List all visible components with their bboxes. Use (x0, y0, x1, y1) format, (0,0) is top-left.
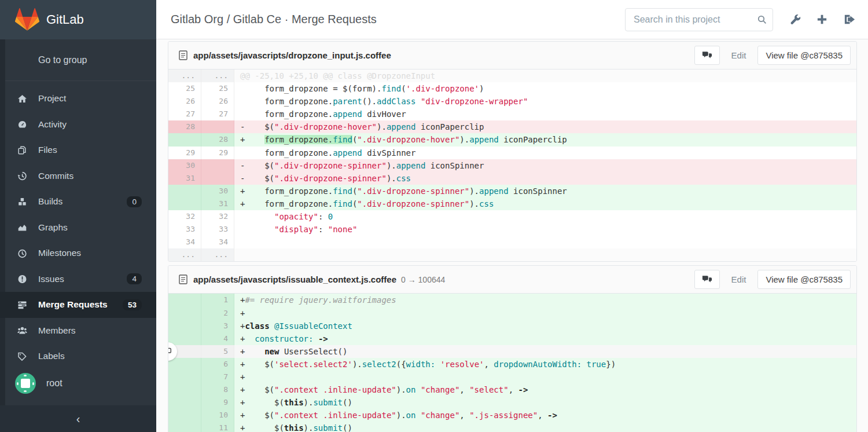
old-line-number[interactable]: 25 (168, 82, 201, 95)
old-line-number[interactable] (168, 396, 201, 409)
diff-line-content: + $(".context .inline-update").on "chang… (234, 409, 856, 422)
old-line-number[interactable]: 34 (168, 236, 201, 248)
old-line-number[interactable] (168, 197, 201, 210)
old-line-number[interactable] (168, 294, 201, 306)
old-line-number[interactable]: 31 (168, 172, 201, 185)
sidebar-item-builds[interactable]: Builds0 (0, 189, 156, 215)
old-line-number[interactable]: ... (168, 248, 201, 261)
new-line-number[interactable]: 29 (201, 147, 234, 159)
sidebar-item-issues[interactable]: Issues4 (0, 266, 156, 292)
old-line-number[interactable] (168, 307, 201, 320)
sidebar-header[interactable]: GitLab (0, 0, 156, 39)
old-line-number[interactable]: 29 (168, 147, 201, 159)
new-line-number[interactable]: 32 (201, 210, 234, 223)
new-line-number[interactable]: 5 (201, 345, 234, 358)
new-line-number[interactable]: 30 (201, 185, 234, 197)
sidebar-item-members[interactable]: Members (0, 318, 156, 344)
old-line-number[interactable] (168, 320, 201, 332)
sidebar-item-project[interactable]: Project (0, 86, 156, 112)
new-line-number[interactable]: 27 (201, 108, 234, 120)
diff-file-header: app/assets/javascripts/dropzone_input.js… (168, 42, 856, 69)
sign-out-icon[interactable] (843, 13, 855, 26)
toggle-comments-button[interactable] (694, 270, 720, 289)
old-line-number[interactable] (168, 358, 201, 371)
new-line-number[interactable]: 2 (201, 307, 234, 320)
old-line-number[interactable]: 28 (168, 120, 201, 133)
new-line-number[interactable]: 3 (201, 320, 234, 332)
new-line-number[interactable] (201, 172, 234, 185)
edit-file-button[interactable]: Edit (723, 46, 755, 65)
new-line-number[interactable]: 4 (201, 332, 234, 345)
diff-row: 4+ constructor: -> (168, 332, 856, 345)
search-icon[interactable] (757, 15, 767, 24)
new-line-number[interactable]: 8 (201, 383, 234, 396)
new-line-number[interactable]: ... (201, 69, 234, 82)
sidebar-item-labels[interactable]: Labels (0, 343, 156, 369)
diff-row: 2929 form_dropzone.append divSpinner (168, 147, 856, 159)
new-line-number[interactable]: 33 (201, 223, 234, 236)
view-file-button[interactable]: View file @c875835 (757, 46, 851, 65)
go-to-group-link[interactable]: Go to group (0, 39, 156, 81)
admin-wrench-icon[interactable] (788, 13, 801, 26)
page-title: Gitlab Org / Gitlab Ce · Merge Requests (171, 13, 625, 26)
old-line-number[interactable]: 27 (168, 108, 201, 120)
file-path[interactable]: app/assets/javascripts/issuable_context.… (193, 274, 396, 284)
sidebar-item-commits[interactable]: Commits (0, 163, 156, 189)
old-line-number[interactable] (168, 383, 201, 396)
old-line-number[interactable]: 33 (168, 223, 201, 236)
new-line-number[interactable]: 1 (201, 294, 234, 306)
new-line-number[interactable]: 6 (201, 358, 234, 371)
new-line-number[interactable]: 7 (201, 371, 234, 383)
diff-line-content: + $(this).submit() (234, 422, 856, 432)
sidebar-item-files[interactable]: Files (0, 137, 156, 163)
new-line-number[interactable]: 11 (201, 422, 234, 432)
new-line-number[interactable]: 25 (201, 82, 234, 95)
diff-row: 28- $(".div-dropzone-hover").append icon… (168, 120, 856, 133)
edit-file-button[interactable]: Edit (723, 270, 755, 289)
old-line-number[interactable] (168, 371, 201, 383)
new-line-number[interactable]: 9 (201, 396, 234, 409)
document-icon (179, 50, 187, 60)
old-line-number[interactable]: 26 (168, 95, 201, 108)
new-line-number[interactable]: 34 (201, 236, 234, 248)
new-line-number[interactable]: 26 (201, 95, 234, 108)
old-line-number[interactable]: 32 (168, 210, 201, 223)
old-line-number[interactable] (168, 409, 201, 422)
new-line-number[interactable]: 28 (201, 133, 234, 146)
diffs-content: app/assets/javascripts/dropzone_input.js… (156, 39, 868, 432)
diff-line-content (234, 236, 856, 248)
diff-row: 2+ (168, 307, 856, 320)
diff-line-content: - $(".div-dropzone-spinner").append icon… (234, 159, 856, 172)
sidebar-item-graphs[interactable]: Graphs (0, 215, 156, 241)
new-line-number[interactable]: 31 (201, 197, 234, 210)
builds-icon (17, 197, 27, 207)
old-line-number[interactable] (168, 332, 201, 345)
old-line-number[interactable] (168, 422, 201, 432)
sidebar-item-activity[interactable]: Activity (0, 112, 156, 138)
sidebar-item-milestones[interactable]: Milestones (0, 240, 156, 266)
diff-row: 3232 "opacity": 0 (168, 210, 856, 223)
old-line-number[interactable] (168, 185, 201, 197)
toggle-comments-button[interactable] (694, 46, 720, 65)
diff-line-content: + $(this).submit() (234, 396, 856, 409)
sidebar-user-profile[interactable]: root (0, 371, 156, 396)
sidebar-item-merge-requests[interactable]: Merge Requests53 (0, 292, 156, 318)
diff-line-content (234, 248, 856, 261)
search-input[interactable] (625, 8, 773, 31)
sidebar-item-label: Graphs (38, 222, 142, 233)
diff-row: ......@@ -25,10 +25,10 @@ class @Dropzon… (168, 69, 856, 82)
new-plus-icon[interactable] (815, 13, 828, 26)
file-path[interactable]: app/assets/javascripts/dropzone_input.js… (193, 50, 391, 60)
new-line-number[interactable]: 10 (201, 409, 234, 422)
new-line-number[interactable]: ... (201, 248, 234, 261)
old-line-number[interactable]: ... (168, 69, 201, 82)
new-line-number[interactable] (201, 159, 234, 172)
view-file-button[interactable]: View file @c875835 (757, 270, 851, 289)
main-area: Gitlab Org / Gitlab Ce · Merge Requests … (156, 0, 868, 432)
sidebar-collapse-button[interactable]: ‹ (0, 405, 156, 432)
old-line-number[interactable] (168, 133, 201, 146)
new-line-number[interactable] (201, 120, 234, 133)
old-line-number[interactable]: 30 (168, 159, 201, 172)
sidebar-item-label: Members (38, 325, 142, 336)
graphs-icon (17, 222, 27, 232)
